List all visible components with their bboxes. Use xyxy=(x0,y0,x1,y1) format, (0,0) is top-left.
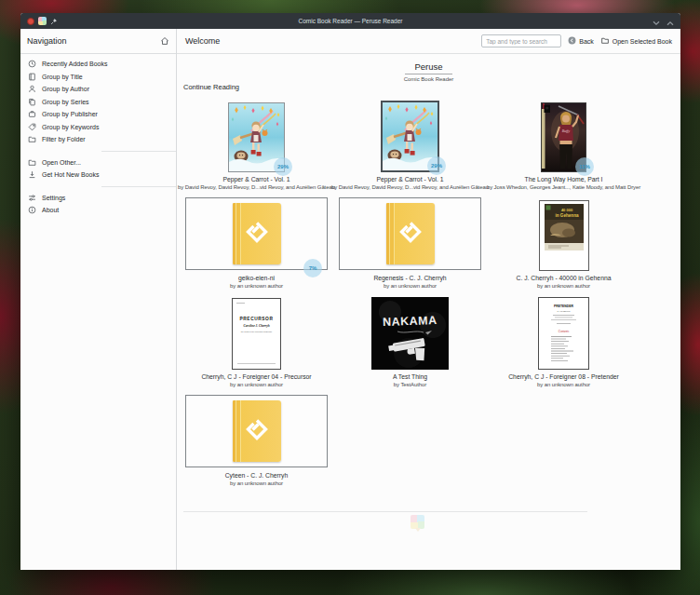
svg-text:Buffy: Buffy xyxy=(562,128,571,133)
sliders-icon xyxy=(28,194,36,202)
book-authors: by an unknown author xyxy=(537,382,590,387)
progress-badge: 29% xyxy=(427,156,446,175)
book-tile-cyteen-c-j-cherryh[interactable]: Cyteen - C. J. Cherryhby an unknown auth… xyxy=(180,394,333,493)
folder-icon xyxy=(28,135,36,143)
sidebar-item-group-by-title[interactable]: Group by Title xyxy=(20,71,176,84)
sidebar-item-filter-by-folder[interactable]: Filter by Folder xyxy=(20,133,176,146)
cover-box: PRETENDERC.J.CherryhContents xyxy=(487,295,640,370)
folder-icon xyxy=(28,158,36,167)
progress-badge: 29% xyxy=(274,157,292,176)
book-authors: by an unknown author xyxy=(230,480,283,486)
book-cover: 29% xyxy=(228,102,285,172)
shade-up-icon[interactable] xyxy=(666,13,674,30)
sidebar-item-settings[interactable]: Settings xyxy=(20,192,176,205)
peruse-book-icon xyxy=(246,418,268,444)
main-area: Welcome Back Open Selected Book xyxy=(177,29,680,570)
svg-text:PRECURSOR: PRECURSOR xyxy=(239,317,273,321)
sidebar-item-label: Group by Author xyxy=(42,86,89,92)
book-tile-cherryh-c-j-foreigner-08-pretender[interactable]: PRETENDERC.J.CherryhContentsCherryh, C J… xyxy=(487,295,640,394)
book-authors: by an unknown author xyxy=(537,283,590,289)
svg-text:Caroline J. Cherryh: Caroline J. Cherryh xyxy=(243,324,269,328)
book-cover-frame xyxy=(185,395,328,467)
book-title: Cherryh, C J - Foreigner 08 - Pretender xyxy=(508,373,619,380)
book-tile-the-long-way-home-part-i[interactable]: Buffy11%The Long Way Home, Part Iby Joss… xyxy=(487,98,640,196)
book-tile-geiko-eien-ni[interactable]: 7%geiko-eien-niby an unknown author xyxy=(180,196,333,295)
back-icon xyxy=(568,36,576,46)
pin-icon[interactable] xyxy=(50,18,58,25)
cover-box: PRECURSORCaroline J. Cherryhthe fourth i… xyxy=(180,295,333,370)
book-authors: by David Revoy, David Revoy, D...vid Rev… xyxy=(178,184,335,190)
book-cover xyxy=(233,203,281,264)
app-subtitle: Comic Book Reader xyxy=(177,76,680,82)
back-button[interactable]: Back xyxy=(568,36,594,46)
sidebar-item-group-by-series[interactable]: Group by Series xyxy=(20,96,176,109)
sidebar-item-about[interactable]: About xyxy=(20,204,176,217)
svg-text:the fourth in the Foreigner se: the fourth in the Foreigner sequence xyxy=(241,331,273,332)
svg-text:in Gehenna: in Gehenna xyxy=(555,213,578,218)
sidebar-item-recently-added-books[interactable]: Recently Added Books xyxy=(20,58,176,71)
titlebar[interactable]: Comic Book Reader — Peruse Reader xyxy=(20,13,680,29)
svg-text:C.J.Cherryh: C.J.Cherryh xyxy=(558,310,571,313)
close-button[interactable] xyxy=(27,18,34,25)
sidebar-item-group-by-author[interactable]: Group by Author xyxy=(20,83,176,96)
book-tile-cherryh-c-j-foreigner-04-precursor[interactable]: PRECURSORCaroline J. Cherryhthe fourth i… xyxy=(180,295,333,394)
book-authors: by an unknown author xyxy=(384,283,437,289)
book-title: The Long Way Home, Part I xyxy=(525,176,603,183)
book-tile-pepper-carrot-vol-1[interactable]: 29%Pepper & Carrot - Vol. 1by David Revo… xyxy=(333,98,487,196)
clock-icon xyxy=(28,60,36,68)
search-input[interactable] xyxy=(481,34,561,47)
welcome-content: Peruse Comic Book Reader Continue Readin… xyxy=(177,54,680,570)
book-tile-pepper-carrot-vol-1[interactable]: 29%Pepper & Carrot - Vol. 1by David Revo… xyxy=(180,98,333,196)
cover-box: Buffy11% xyxy=(487,98,640,172)
continue-reading-heading: Continue Reading xyxy=(183,83,680,91)
sidebar-list: Recently Added BooksGroup by TitleGroup … xyxy=(20,54,176,217)
main-toolbar: Welcome Back Open Selected Book xyxy=(177,29,680,54)
cover-box xyxy=(333,196,487,271)
book-title: Regenesis - C. J. Cherryh xyxy=(373,275,446,281)
back-label: Back xyxy=(579,38,594,45)
shade-down-icon[interactable] xyxy=(653,13,660,30)
book-grid: 29%Pepper & Carrot - Vol. 1by David Revo… xyxy=(180,98,680,493)
sidebar-item-group-by-publisher[interactable]: Group by Publisher xyxy=(20,108,176,121)
cover-box: 29% xyxy=(333,98,487,172)
book-title: Pepper & Carrot - Vol. 1 xyxy=(376,176,443,183)
sidebar-item-open-other[interactable]: Open Other... xyxy=(20,156,176,169)
sidebar-item-label: Group by Title xyxy=(42,74,83,80)
open-selected-book-button[interactable]: Open Selected Book xyxy=(600,36,672,46)
cover-box: NAKAMA xyxy=(333,295,487,370)
footer-separator xyxy=(183,511,587,512)
app-icon xyxy=(38,17,47,25)
book-icon xyxy=(28,73,36,81)
peruse-logo-faded-icon xyxy=(411,515,424,529)
app-title: Peruse xyxy=(405,62,451,74)
window-title: Comic Book Reader — Peruse Reader xyxy=(20,18,680,24)
sidebar-header: Navigation xyxy=(20,29,176,54)
book-title: Pepper & Carrot - Vol. 1 xyxy=(222,176,289,183)
book-tile-c-j-cherryh-40000-in-gehenna[interactable]: 40 000in GehennaC. J. Cherryh - 40000 in… xyxy=(487,196,640,295)
sidebar-item-label: Recently Added Books xyxy=(42,61,107,67)
cover-box: 7% xyxy=(180,196,333,271)
book-cover-frame: 7% xyxy=(185,197,328,270)
book-authors: by David Revoy, David Revoy, D...vid Rev… xyxy=(331,184,489,190)
app-hero: Peruse Comic Book Reader xyxy=(177,54,680,82)
briefcase-icon xyxy=(28,110,36,118)
copies-icon xyxy=(28,98,36,106)
book-cover: Buffy11% xyxy=(541,102,586,172)
book-title: Cyteen - C. J. Cherryh xyxy=(225,472,289,479)
cover-box xyxy=(180,394,333,468)
app-window: Comic Book Reader — Peruse Reader Naviga… xyxy=(20,13,680,570)
sidebar-item-get-hot-new-books[interactable]: Get Hot New Books xyxy=(20,169,176,182)
home-icon[interactable] xyxy=(160,36,169,46)
book-authors: by an unknown author xyxy=(230,283,283,289)
sidebar-item-group-by-keywords[interactable]: Group by Keywords xyxy=(20,121,176,134)
person-icon xyxy=(28,85,36,93)
info-icon xyxy=(28,206,36,214)
svg-text:PRETENDER: PRETENDER xyxy=(554,304,573,308)
book-tile-a-test-thing[interactable]: NAKAMAA Test Thingby TestAuthor xyxy=(333,295,487,394)
book-authors: by an unknown author xyxy=(230,382,283,387)
book-title: C. J. Cherryh - 40000 in Gehenna xyxy=(516,275,611,281)
progress-badge: 7% xyxy=(303,259,322,277)
book-tile-regenesis-c-j-cherryh[interactable]: Regenesis - C. J. Cherryhby an unknown a… xyxy=(333,196,487,295)
book-cover: NAKAMA xyxy=(371,297,449,370)
book-cover xyxy=(386,203,435,264)
